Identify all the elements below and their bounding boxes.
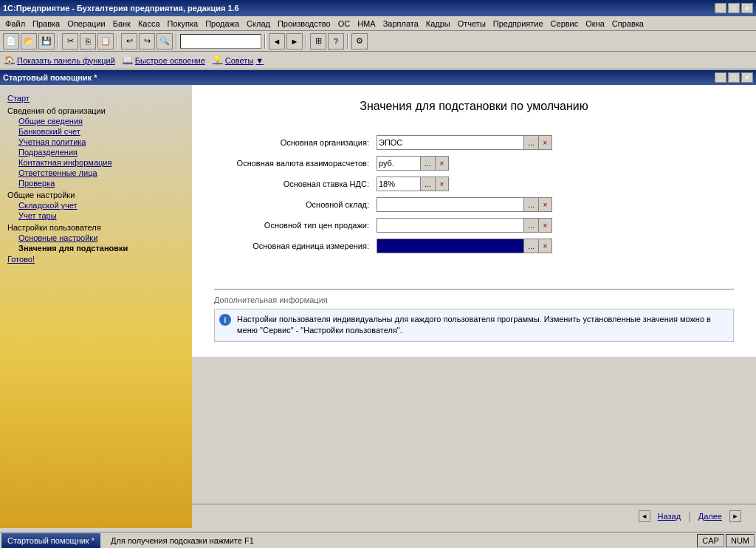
menu-buy[interactable]: Покупка [164,18,202,29]
menu-bank[interactable]: Банк [109,18,134,29]
sidebar-item-divisions[interactable]: Подразделения [0,147,192,157]
back-button[interactable]: Назад [658,512,681,521]
window-controls: _ □ × [715,72,753,83]
label-warehouse: Основной склад: [214,200,377,209]
minimize-button[interactable]: _ [715,3,726,13]
field-vat: Основная ставка НДС: ... × [214,177,734,191]
dots-btn-currency[interactable]: ... [421,156,436,171]
next-label: Далее [698,512,722,521]
title-bar: 1С:Предприятие - Бухгалтерия предприятия… [0,0,756,16]
maximize-button[interactable]: □ [728,3,740,13]
status-num: NUM [726,534,755,547]
label-currency: Основная валюта взаиморасчетов: [214,159,377,168]
prev-btn[interactable]: ◄ [269,33,285,49]
sidebar-item-check[interactable]: Проверка [0,178,192,188]
window-title-bar: Стартовый помощник * _ □ × [0,70,756,85]
sidebar-item-bank[interactable]: Банковский счет [0,126,192,137]
input-warehouse[interactable] [377,197,524,212]
input-unit[interactable] [377,239,524,253]
show-panel-btn[interactable]: 🏠 Показать панель функций [4,55,115,65]
menu-operations[interactable]: Операции [63,18,109,29]
window-content: Старт Сведения об организации Общие свед… [0,85,756,528]
input-group-unit: ... × [377,239,552,253]
menu-production[interactable]: Производство [274,18,334,29]
sidebar-item-start[interactable]: Старт [0,92,192,104]
window-minimize-btn[interactable]: _ [715,72,726,83]
x-btn-currency[interactable]: × [436,156,449,171]
tips-icon: 💡 [213,55,223,65]
next-button[interactable]: Далее [698,512,722,521]
menu-file[interactable]: Файл [1,18,29,29]
main-inner: Значения для подстановки по умолчанию Ос… [192,85,756,504]
x-btn-unit[interactable]: × [539,239,552,253]
menu-salary[interactable]: Зарплата [379,18,422,29]
menu-sell[interactable]: Продажа [202,18,243,29]
dots-btn-org[interactable]: ... [524,135,539,150]
window-close-btn[interactable]: × [741,72,753,83]
open-btn[interactable]: 📂 [21,33,37,49]
taskbar-button[interactable]: Стартовый помощник * [1,533,100,548]
menu-edit[interactable]: Правка [29,18,63,29]
tips-label: Советы [225,56,253,65]
window-title-text: Стартовый помощник * [3,73,97,82]
menu-reports[interactable]: Отчеты [454,18,489,29]
undo-btn[interactable]: ↩ [121,33,137,49]
sidebar-item-responsible[interactable]: Ответственные лица [0,168,192,178]
tips-btn[interactable]: 💡 Советы ▼ [213,55,264,65]
dots-btn-vat[interactable]: ... [421,177,436,191]
sidebar-item-substitution[interactable]: Значения для подстановки [0,243,192,253]
view-btn[interactable]: ⊞ [310,33,326,49]
info-box: i Настройки пользователя индивидуальны д… [214,309,734,342]
dots-btn-pricetype[interactable]: ... [524,218,539,233]
sidebar-item-container[interactable]: Учет тары [0,210,192,221]
content-area: Значения для подстановки по умолчанию Ос… [192,85,756,528]
sidebar-item-contacts[interactable]: Контактная информация [0,157,192,168]
close-button[interactable]: × [741,3,753,13]
quick-learn-btn[interactable]: 📖 Быстрое освоение [123,55,205,65]
label-org: Основная организация: [214,138,377,147]
settings-btn[interactable]: ⚙ [351,33,368,49]
x-btn-pricetype[interactable]: × [539,218,552,233]
back-label: Назад [658,512,681,521]
copy-btn[interactable]: ⎘ [80,33,96,49]
menu-hr[interactable]: Кадры [422,18,454,29]
input-vat[interactable] [377,177,421,191]
sidebar-item-general[interactable]: Общие сведения [0,116,192,126]
dots-btn-warehouse[interactable]: ... [524,197,539,212]
window-maximize-btn[interactable]: □ [728,72,740,83]
menu-warehouse[interactable]: Склад [243,18,274,29]
toolbar-search[interactable] [180,34,261,49]
sidebar-item-warehouse-acc[interactable]: Складской учет [0,200,192,210]
input-pricetype[interactable] [377,218,524,233]
input-org[interactable] [377,135,524,150]
menu-enterprise[interactable]: Предприятие [489,18,547,29]
main-window: Стартовый помощник * _ □ × Старт Сведени… [0,70,756,528]
cut-btn[interactable]: ✂ [62,33,78,49]
redo-btn[interactable]: ↪ [139,33,155,49]
x-btn-org[interactable]: × [539,135,552,150]
paste-btn[interactable]: 📋 [97,33,114,49]
help-btn[interactable]: ? [328,33,344,49]
field-currency: Основная валюта взаиморасчетов: ... × [214,156,734,171]
x-btn-vat[interactable]: × [436,177,449,191]
nav-buttons: ◄ Назад | Далее ► [192,504,756,528]
x-btn-warehouse[interactable]: × [539,197,552,212]
menu-help[interactable]: Справка [608,18,647,29]
new-btn[interactable]: 📄 [3,33,19,49]
dots-btn-unit[interactable]: ... [524,239,539,253]
menu-service[interactable]: Сервис [547,18,583,29]
sidebar-item-policy[interactable]: Учетная политика [0,137,192,147]
label-unit: Основная единица измерения: [214,242,377,250]
menu-nma[interactable]: НМА [354,18,379,29]
menu-kassa[interactable]: Касса [134,18,164,29]
find-btn[interactable]: 🔍 [157,33,173,49]
menu-windows[interactable]: Окна [582,18,608,29]
sidebar-item-main-settings[interactable]: Основные настройки [0,233,192,243]
save-btn[interactable]: 💾 [38,33,55,49]
input-currency[interactable] [377,156,421,171]
menu-os[interactable]: ОС [334,18,354,29]
next-btn[interactable]: ► [286,33,303,49]
sidebar-item-done[interactable]: Готово! [0,253,192,265]
status-bar: Стартовый помощник * Для получения подск… [0,532,756,548]
separator-1 [58,34,59,49]
